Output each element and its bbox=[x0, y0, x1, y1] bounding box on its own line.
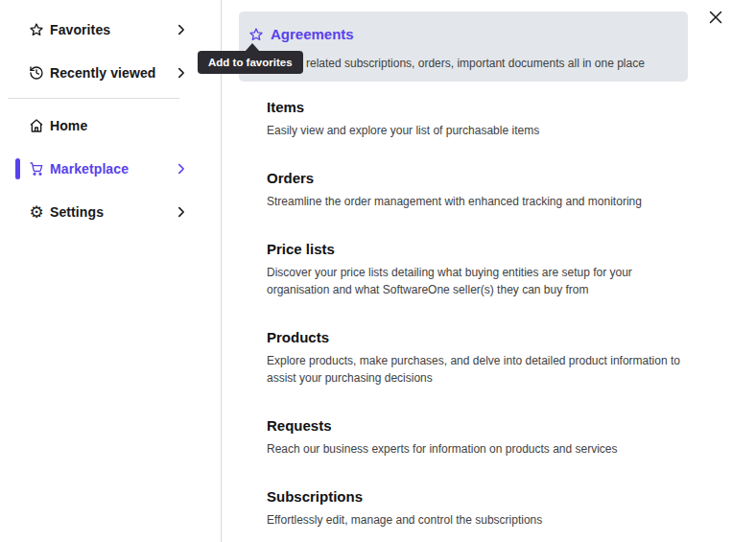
menu-item-title: Requests bbox=[267, 417, 694, 435]
menu-item-title: Items bbox=[267, 99, 694, 116]
sidebar-item-settings[interactable]: ⚙ Settings bbox=[0, 194, 221, 230]
menu-item-description: Discover your price lists detailing what… bbox=[267, 264, 689, 298]
menu-item-items[interactable]: Items Easily view and explore your list … bbox=[267, 99, 694, 139]
menu-item-orders[interactable]: Orders Streamline the order management w… bbox=[267, 170, 694, 210]
chevron-right-icon bbox=[175, 205, 188, 219]
cart-icon bbox=[29, 161, 44, 177]
home-icon bbox=[29, 118, 44, 133]
sidebar: Favorites Recently viewed bbox=[0, 0, 221, 542]
menu-item-list: Items Easily view and explore your list … bbox=[239, 99, 756, 529]
menu-item-description: Streamline the order management with enh… bbox=[267, 193, 689, 210]
gear-icon: ⚙ bbox=[29, 204, 44, 220]
add-to-favorites-tooltip: Add to favorites bbox=[198, 51, 303, 74]
menu-item-title: Subscriptions bbox=[267, 488, 694, 506]
sidebar-item-label: Marketplace bbox=[50, 161, 129, 177]
menu-item-description: Reach our business experts for informati… bbox=[267, 440, 689, 458]
sidebar-item-label: Home bbox=[50, 118, 87, 133]
menu-item-title: Products bbox=[267, 329, 694, 346]
menu-item-title: Agreements bbox=[271, 26, 354, 43]
menu-item-title: Price lists bbox=[267, 241, 694, 258]
menu-item-subscriptions[interactable]: Subscriptions Effortlessly edit, manage … bbox=[267, 488, 694, 529]
sidebar-item-marketplace[interactable]: Marketplace bbox=[0, 151, 221, 187]
menu-item-description: Effortlessly edit, manage and control th… bbox=[267, 511, 689, 529]
sidebar-item-label: Recently viewed bbox=[50, 65, 155, 81]
sidebar-item-label: Settings bbox=[50, 204, 104, 220]
close-icon[interactable] bbox=[706, 8, 725, 27]
menu-item-agreements[interactable]: Agreements related subscriptions, orders… bbox=[239, 12, 688, 82]
sidebar-item-label: Favorites bbox=[50, 22, 110, 37]
menu-item-description: related subscriptions, orders, important… bbox=[306, 55, 674, 72]
chevron-right-icon bbox=[175, 23, 188, 36]
menu-item-title: Orders bbox=[267, 170, 694, 187]
menu-item-title-row: Agreements bbox=[248, 26, 674, 43]
sidebar-item-favorites[interactable]: Favorites bbox=[0, 12, 221, 48]
favorite-star-icon[interactable] bbox=[248, 27, 264, 42]
sidebar-item-recently-viewed[interactable]: Recently viewed bbox=[0, 55, 221, 91]
marketplace-menu-panel: Agreements related subscriptions, orders… bbox=[221, 0, 756, 542]
chevron-right-icon bbox=[175, 66, 188, 80]
chevron-right-icon bbox=[175, 162, 188, 176]
menu-item-price-lists[interactable]: Price lists Discover your price lists de… bbox=[267, 241, 694, 298]
app-window: Favorites Recently viewed bbox=[0, 0, 756, 542]
star-icon bbox=[29, 22, 44, 37]
sidebar-divider bbox=[8, 98, 179, 99]
sidebar-item-home[interactable]: Home bbox=[0, 107, 221, 144]
menu-item-description: Easily view and explore your list of pur… bbox=[267, 122, 689, 139]
history-icon bbox=[29, 65, 44, 81]
active-indicator-bar bbox=[15, 158, 20, 179]
menu-item-requests[interactable]: Requests Reach our business experts for … bbox=[267, 417, 694, 458]
menu-item-products[interactable]: Products Explore products, make purchase… bbox=[267, 329, 694, 387]
menu-item-description: Explore products, make purchases, and de… bbox=[267, 352, 689, 387]
